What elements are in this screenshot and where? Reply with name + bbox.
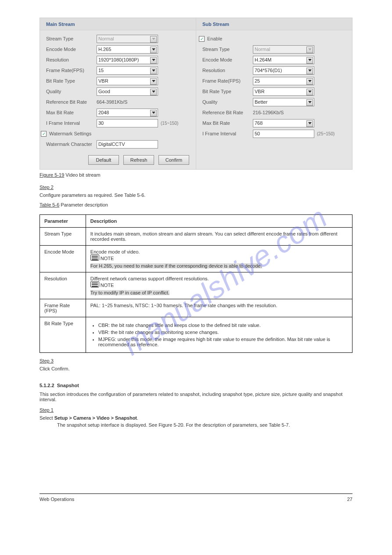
label-bitrate-type-sub: Bit Rate Type	[202, 89, 253, 94]
select-encode-mode-main[interactable]: H.265	[97, 45, 158, 54]
label-resolution-sub: Resolution	[202, 68, 253, 73]
sub-stream-header: Sub Stream	[196, 18, 352, 30]
label-encode-mode-main: Encode Mode	[46, 47, 97, 52]
figure-caption: Figure 5-19 Video bit stream	[40, 172, 352, 178]
label-fps-sub: Frame Rate(FPS)	[202, 78, 253, 83]
checkbox-enable-sub[interactable]: ✓	[199, 36, 205, 42]
default-button[interactable]: Default	[88, 155, 119, 165]
table-row: Resolution Different network cameras sup…	[40, 272, 352, 299]
input-iframe-main[interactable]: 30	[97, 119, 158, 127]
value-ref-bitrate-main: 664-3981Kb/S	[97, 99, 127, 105]
cell-param: Frame Rate (FPS)	[40, 299, 86, 317]
step-1-followup: The snapshot setup interface is displaye…	[57, 422, 352, 428]
table-row: Bit Rate Type CBR: the bit rate changes …	[40, 317, 352, 353]
select-fps-main[interactable]: 15	[97, 66, 158, 75]
footer-right: 27	[347, 497, 352, 502]
label-max-bitrate-main: Max Bit Rate	[46, 110, 97, 115]
input-iframe-sub[interactable]: 50	[253, 130, 314, 138]
label-encode-mode-sub: Encode Mode	[202, 57, 253, 62]
step-2-label: Step 2	[40, 185, 352, 190]
sub-stream-column: Sub Stream ✓ Enable Stream Type Normal E…	[196, 18, 352, 169]
cell-desc: CBR: the bit rate changes little and kee…	[86, 317, 352, 353]
step-1-label: Step 1	[40, 407, 352, 413]
select-resolution-main[interactable]: 1920*1080(1080P)	[97, 56, 158, 64]
step-3-label: Step 3	[40, 358, 352, 363]
label-stream-type-sub: Stream Type	[202, 47, 253, 52]
input-watermark-char[interactable]: DigitalCCTV	[97, 140, 158, 149]
select-stream-type-main: Normal	[97, 35, 158, 43]
select-encode-mode-sub[interactable]: H.264M	[253, 56, 314, 64]
label-fps-main: Frame Rate(FPS)	[46, 68, 97, 73]
label-max-bitrate-sub: Max Bit Rate	[202, 120, 253, 126]
label-quality-main: Quality	[46, 89, 97, 94]
table-caption: Table 5-6 Parameter description	[40, 202, 352, 207]
cell-param: Stream Type	[40, 228, 86, 246]
select-stream-type-sub: Normal	[253, 45, 314, 54]
label-stream-type-main: Stream Type	[46, 36, 97, 41]
main-stream-header: Main Stream	[40, 18, 196, 30]
label-bitrate-type-main: Bit Rate Type	[46, 78, 97, 83]
label-enable-sub: Enable	[207, 36, 222, 41]
confirm-button[interactable]: Confirm	[158, 155, 189, 165]
select-quality-sub[interactable]: Better	[253, 98, 314, 106]
step-2-text: Configure parameters as required. See Ta…	[40, 192, 145, 198]
label-iframe-main: I Frame Interval	[46, 120, 97, 126]
cell-param: Resolution	[40, 272, 86, 299]
cell-desc: Different network cameras support differ…	[86, 272, 352, 299]
select-resolution-sub[interactable]: 704*576(D1)	[253, 66, 314, 75]
main-stream-column: Main Stream Stream Type Normal Encode Mo…	[40, 18, 196, 169]
cell-desc: It includes main stream, motion stream a…	[86, 228, 352, 246]
step-3-text: Click Confirm.	[40, 366, 69, 371]
range-iframe-main: (15~150)	[161, 121, 178, 126]
note-icon	[90, 281, 99, 287]
label-ref-bitrate-main: Reference Bit Rate	[46, 99, 97, 105]
table-row: Encode Mode Encode mode of video. NOTE F…	[40, 246, 352, 272]
range-iframe-sub: (25~150)	[317, 131, 334, 136]
note-text: For H.265, you need to make sure if the …	[90, 263, 262, 268]
refresh-button[interactable]: Refresh	[123, 155, 154, 165]
note-icon	[90, 254, 99, 261]
select-max-bitrate-sub[interactable]: 768	[253, 119, 314, 127]
value-ref-bitrate-sub: 216-1296Kb/S	[253, 110, 284, 115]
section-description: This section introduces the configuratio…	[40, 392, 352, 402]
cell-desc: PAL: 1~25 frames/s, NTSC: 1~30 frames/s.…	[86, 299, 352, 317]
table-row: Frame Rate (FPS) PAL: 1~25 frames/s, NTS…	[40, 299, 352, 317]
label-quality-sub: Quality	[202, 99, 253, 105]
checkbox-watermark[interactable]: ✓	[41, 131, 47, 137]
cell-param: Encode Mode	[40, 246, 86, 272]
table-row: Stream Type It includes main stream, mot…	[40, 228, 352, 246]
cell-param: Bit Rate Type	[40, 317, 86, 353]
page-footer: Web Operations 27	[40, 493, 352, 502]
select-max-bitrate-main[interactable]: 2048	[97, 109, 158, 117]
label-watermark: Watermark Settings	[49, 131, 91, 136]
label-iframe-sub: I Frame Interval	[202, 131, 253, 136]
select-bitrate-type-sub[interactable]: VBR	[253, 87, 314, 96]
label-watermark-char: Watermark Character	[46, 141, 97, 147]
table-header-desc: Description	[86, 215, 352, 228]
note-text: Try to modify IP in case of IP conflict.	[90, 290, 169, 295]
step-1-text: Select Setup > Camera > Video > Snapshot…	[40, 415, 352, 421]
select-fps-sub[interactable]: 25	[253, 77, 314, 85]
section-heading: 5.1.2.2 Snapshot	[40, 383, 352, 388]
footer-left: Web Operations	[40, 497, 74, 502]
select-bitrate-type-main[interactable]: VBR	[97, 77, 158, 85]
cell-desc: Encode mode of video. NOTE For H.265, yo…	[86, 246, 352, 272]
label-ref-bitrate-sub: Reference Bit Rate	[202, 110, 253, 115]
select-quality-main[interactable]: Good	[97, 87, 158, 96]
label-resolution-main: Resolution	[46, 57, 97, 62]
video-stream-panel: Main Stream Stream Type Normal Encode Mo…	[40, 18, 352, 170]
parameter-table: ParameterDescription Stream Type It incl…	[40, 214, 352, 353]
table-header-param: Parameter	[40, 215, 86, 228]
